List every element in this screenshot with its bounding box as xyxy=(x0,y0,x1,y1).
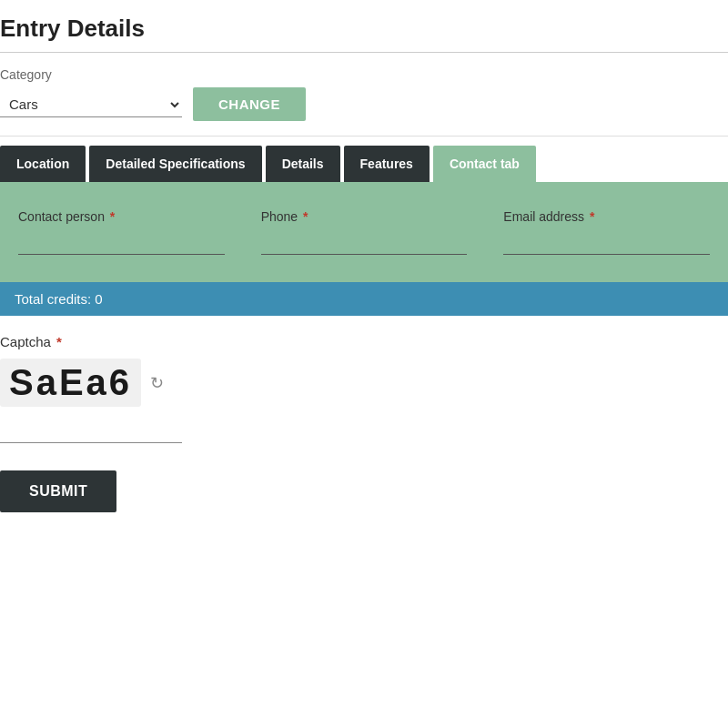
email-label: Email address * xyxy=(503,209,710,224)
captcha-row: SaEa6 ↻ xyxy=(0,359,728,407)
credits-label: Total credits: 0 xyxy=(15,291,103,307)
field-contact-person: Contact person * xyxy=(18,209,225,255)
email-required-star: * xyxy=(586,209,594,224)
page-title: Entry Details xyxy=(0,15,728,43)
category-section: Category Cars Trucks Motorcycles Vans CH… xyxy=(0,67,728,136)
page-container: Entry Details Category Cars Trucks Motor… xyxy=(0,0,728,512)
tab-details[interactable]: Details xyxy=(266,146,340,182)
captcha-section: Captcha * SaEa6 ↻ xyxy=(0,316,728,452)
tab-contact[interactable]: Contact tab xyxy=(433,146,536,182)
refresh-captcha-icon[interactable]: ↻ xyxy=(150,373,164,393)
field-phone: Phone * xyxy=(261,209,468,255)
category-row: Cars Trucks Motorcycles Vans CHANGE xyxy=(0,87,728,121)
submit-button[interactable]: SUBMIT xyxy=(0,470,116,512)
contact-fields-row: Contact person * Phone * Email address * xyxy=(18,209,710,255)
change-button[interactable]: CHANGE xyxy=(193,87,306,121)
tab-features[interactable]: Features xyxy=(344,146,430,182)
field-email-address: Email address * xyxy=(503,209,710,255)
tabs-row: Location Detailed Specifications Details… xyxy=(0,146,728,182)
captcha-image: SaEa6 xyxy=(0,359,141,407)
category-label: Category xyxy=(0,67,728,82)
captcha-label: Captcha * xyxy=(0,334,728,349)
captcha-input[interactable] xyxy=(0,420,182,443)
captcha-required-star: * xyxy=(53,334,62,349)
contact-person-required-star: * xyxy=(106,209,115,224)
tab-location[interactable]: Location xyxy=(0,146,86,182)
email-input[interactable] xyxy=(503,231,710,255)
page-header: Entry Details xyxy=(0,0,728,53)
contact-person-label: Contact person * xyxy=(18,209,225,224)
tab-detailed-specs[interactable]: Detailed Specifications xyxy=(89,146,261,182)
category-select[interactable]: Cars Trucks Motorcycles Vans xyxy=(0,92,182,117)
phone-input[interactable] xyxy=(261,231,468,255)
contact-person-input[interactable] xyxy=(18,231,225,255)
tab-content-contact: Contact person * Phone * Email address * xyxy=(0,182,728,282)
phone-required-star: * xyxy=(299,209,308,224)
phone-label: Phone * xyxy=(261,209,468,224)
credits-bar: Total credits: 0 xyxy=(0,282,728,316)
